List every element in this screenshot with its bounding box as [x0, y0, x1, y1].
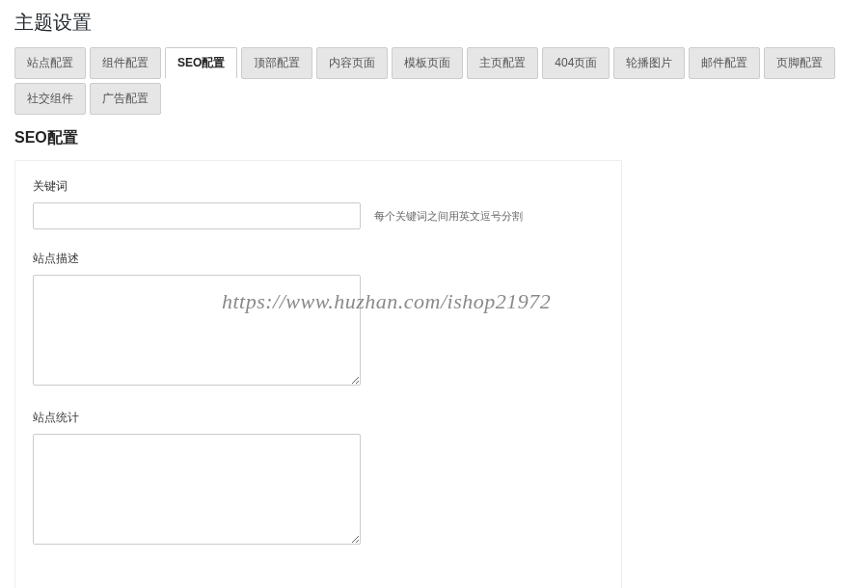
tab-content[interactable]: 内容页面	[316, 47, 388, 79]
section-title: SEO配置	[14, 128, 854, 148]
keywords-label: 关键词	[33, 178, 604, 195]
description-textarea[interactable]	[33, 275, 361, 386]
tab-carousel[interactable]: 轮播图片	[613, 47, 685, 79]
field-stats: 站点统计	[33, 410, 604, 548]
keywords-hint: 每个关键词之间用英文逗号分割	[374, 209, 523, 224]
field-description: 站点描述	[33, 251, 604, 388]
tab-ads[interactable]: 广告配置	[90, 83, 161, 115]
tab-site-config[interactable]: 站点配置	[14, 47, 86, 79]
settings-panel: 关键词 每个关键词之间用英文逗号分割 站点描述 站点统计	[14, 160, 622, 588]
tab-component[interactable]: 组件配置	[90, 47, 161, 79]
tab-template[interactable]: 模板页面	[392, 47, 463, 79]
stats-label: 站点统计	[33, 410, 604, 426]
description-label: 站点描述	[33, 251, 604, 267]
tab-mail[interactable]: 邮件配置	[689, 47, 760, 79]
tab-bar: 站点配置 组件配置 SEO配置 顶部配置 内容页面 模板页面 主页配置 404页…	[14, 47, 854, 115]
tab-404[interactable]: 404页面	[542, 47, 610, 79]
page-title: 主题设置	[14, 10, 854, 36]
keywords-input[interactable]	[33, 202, 361, 229]
tab-top[interactable]: 顶部配置	[241, 47, 312, 79]
tab-social[interactable]: 社交组件	[14, 83, 86, 115]
field-keywords: 关键词 每个关键词之间用英文逗号分割	[33, 178, 604, 229]
tab-home[interactable]: 主页配置	[467, 47, 538, 79]
tab-footer[interactable]: 页脚配置	[764, 47, 835, 79]
stats-textarea[interactable]	[33, 434, 361, 545]
tab-seo[interactable]: SEO配置	[165, 47, 237, 79]
